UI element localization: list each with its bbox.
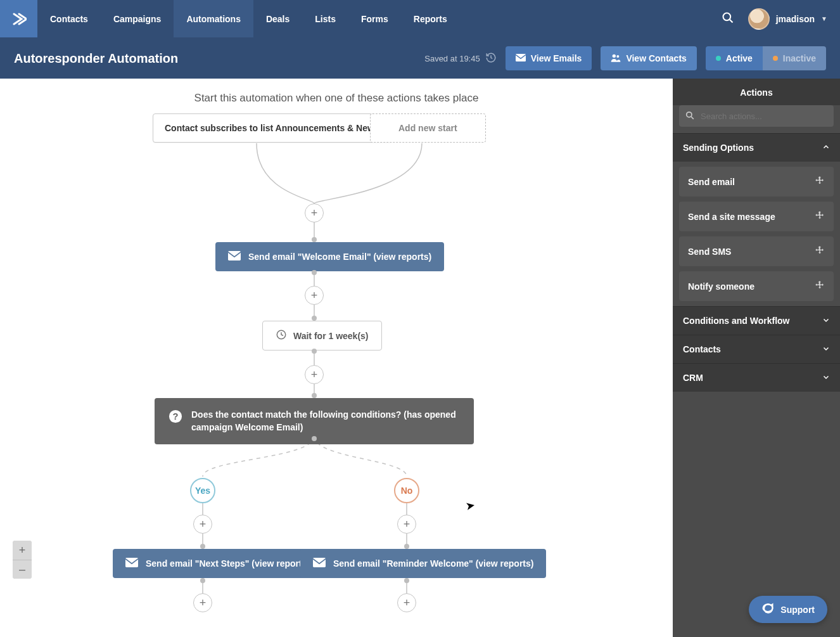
status-active[interactable]: Active [706,46,763,70]
add-step-button[interactable]: + [305,203,324,222]
zoom-in-button[interactable]: + [13,541,32,560]
chevron-icon [822,143,830,153]
action-send-email[interactable]: Send email [679,167,834,196]
nav-lists[interactable]: Lists [302,0,348,37]
nav-reports[interactable]: Reports [401,0,460,37]
svg-point-4 [617,55,620,58]
page-subheader: Autoresponder Automation Saved at 19:45 … [0,37,840,79]
start-prompt: Start this automation when one of these … [0,92,673,105]
svg-point-22 [687,112,692,117]
mail-icon [125,558,138,569]
drag-icon [815,245,825,257]
drag-icon [815,280,825,292]
action-send-a-site-message[interactable]: Send a site message [679,202,834,231]
view-contacts-button[interactable]: View Contacts [601,46,696,70]
actions-panel: Actions Sending OptionsSend emailSend a … [673,79,840,637]
app-logo[interactable] [0,0,37,37]
search-icon [685,111,694,122]
svg-line-23 [691,116,694,119]
question-icon: ? [169,409,182,425]
saved-status: Saved at 19:45 [424,52,496,65]
cursor-icon: ➤ [464,498,476,513]
search-icon[interactable] [722,11,734,26]
status-toggle: Active Inactive [706,46,826,70]
send-email-node-no[interactable]: Send email "Reminder Welcome" (view repo… [300,549,546,578]
branch-yes[interactable]: Yes [190,478,215,503]
automation-canvas[interactable]: Start this automation when one of these … [0,79,673,637]
nav-contacts[interactable]: Contacts [37,0,101,37]
mail-icon [313,558,326,569]
add-step-button[interactable]: + [397,593,416,612]
user-menu[interactable]: jmadison ▼ [748,8,827,30]
trigger-node[interactable]: Contact subscribes to list Announcements… [153,113,391,143]
mail-icon [228,251,241,262]
svg-rect-16 [228,251,241,261]
add-trigger-button[interactable]: Add new start [370,113,486,143]
add-step-button[interactable]: + [305,365,324,384]
clock-icon [276,329,287,342]
page-title: Autoresponder Automation [14,51,178,66]
actions-search[interactable] [679,105,834,127]
avatar [748,8,770,30]
status-inactive[interactable]: Inactive [763,46,826,70]
add-step-button[interactable]: + [305,286,324,305]
section-crm[interactable]: CRM [673,363,840,392]
support-button[interactable]: Support [749,596,827,623]
actions-title: Actions [673,79,840,105]
add-step-button[interactable]: + [193,593,212,612]
action-notify-someone[interactable]: Notify someone [679,271,834,301]
chevron-icon [822,373,830,383]
zoom-out-button[interactable]: – [13,560,32,579]
svg-rect-21 [313,558,326,567]
nav-campaigns[interactable]: Campaigns [101,0,174,37]
view-emails-button[interactable]: View Emails [506,46,592,70]
chevron-icon [822,344,830,354]
zoom-controls: + – [13,541,32,579]
dot-icon [773,56,778,61]
svg-line-1 [729,20,732,23]
branch-no[interactable]: No [394,478,419,503]
chat-icon [761,602,774,617]
send-email-node-yes[interactable]: Send email "Next Steps" (view reports) [113,549,322,578]
wait-node[interactable]: Wait for 1 week(s) [262,321,382,351]
history-icon[interactable] [485,52,497,65]
people-icon [611,53,621,64]
action-send-sms[interactable]: Send SMS [679,236,834,266]
mail-icon [516,53,526,63]
add-step-button[interactable]: + [397,515,416,534]
drag-icon [815,210,825,222]
svg-rect-2 [516,54,526,61]
username: jmadison [776,14,815,24]
section-contacts[interactable]: Contacts [673,335,840,363]
svg-point-0 [723,13,730,21]
caret-down-icon: ▼ [821,15,827,22]
nav-forms[interactable]: Forms [348,0,401,37]
send-email-node[interactable]: Send email "Welcome Email" (view reports… [215,242,444,271]
chevron-icon [822,316,830,326]
drag-icon [815,176,825,188]
svg-rect-20 [125,558,138,567]
section-conditions-and-workflow[interactable]: Conditions and Workflow [673,306,840,335]
svg-text:?: ? [173,411,179,421]
section-sending-options[interactable]: Sending Options [673,133,840,162]
top-nav: ContactsCampaignsAutomationsDealsListsFo… [0,0,840,37]
actions-search-input[interactable] [699,111,827,122]
dot-icon [716,56,721,61]
nav-automations[interactable]: Automations [174,0,253,37]
svg-point-3 [613,54,616,57]
nav-deals[interactable]: Deals [253,0,302,37]
add-step-button[interactable]: + [193,515,212,534]
